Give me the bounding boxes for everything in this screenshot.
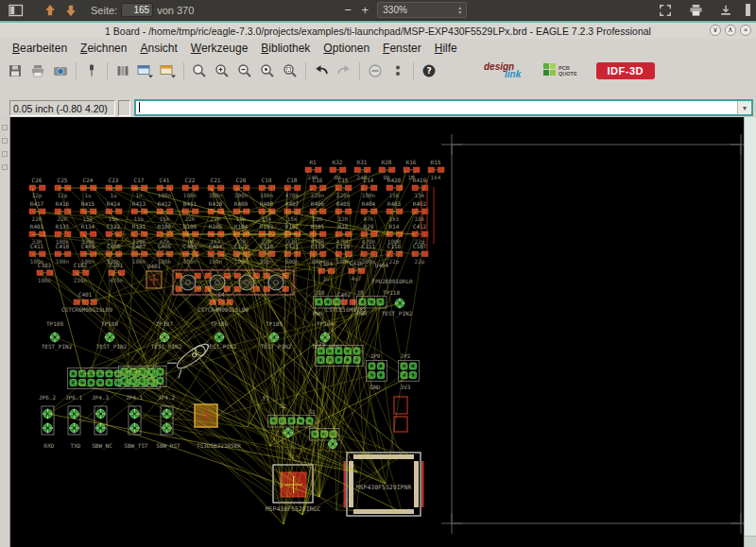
svg-text:JP6.2: JP6.2 <box>39 394 56 401</box>
page-up-icon[interactable] <box>40 2 60 19</box>
minimize-button[interactable]: ∨ <box>710 25 721 36</box>
svg-text:22R: 22R <box>32 215 43 222</box>
pin-icon[interactable] <box>81 60 102 81</box>
save-icon[interactable] <box>5 60 26 81</box>
schematic-window-icon[interactable] <box>135 60 156 81</box>
close-button[interactable]: × <box>740 25 751 36</box>
svg-text:JP4.3: JP4.3 <box>92 394 109 401</box>
menu-zeichnen[interactable]: Zeichnen <box>74 41 133 56</box>
svg-text:U401: U401 <box>147 263 162 269</box>
svg-text:R15: R15 <box>431 159 441 165</box>
menu-fenster[interactable]: Fenster <box>376 41 428 56</box>
redo-icon[interactable] <box>334 60 354 81</box>
menu-optionen[interactable]: Optionen <box>317 41 376 56</box>
svg-text:3V3: 3V3 <box>401 384 411 390</box>
svg-text:100n: 100n <box>285 258 300 265</box>
svg-text:220n: 220n <box>74 277 88 283</box>
svg-text:R16: R16 <box>406 159 417 165</box>
command-input[interactable]: ▾ <box>134 99 753 116</box>
zoom-in-icon[interactable] <box>212 60 232 81</box>
toolbar-spacer <box>0 84 756 98</box>
svg-text:R419: R419 <box>413 177 427 183</box>
svg-text:R409: R409 <box>234 200 249 207</box>
chevron-down-icon[interactable]: ▾ <box>737 101 751 114</box>
undo-icon[interactable] <box>311 60 332 81</box>
page-down-icon[interactable] <box>60 2 81 19</box>
board-window-icon[interactable] <box>158 60 179 81</box>
menu-werkzeuge[interactable]: Werkzeuge <box>184 41 254 56</box>
menu-bearbeiten[interactable]: Bearbeiten <box>6 41 74 56</box>
pcbquote-icon <box>542 62 557 80</box>
options-dots-icon[interactable] <box>387 60 408 81</box>
svg-text:470n: 470n <box>110 277 124 283</box>
idf3d-button[interactable]: IDF-3D <box>596 62 655 79</box>
maximize-button[interactable]: ∧ <box>725 25 736 36</box>
help-icon[interactable]: ? <box>419 60 439 81</box>
zoom-fit-icon[interactable] <box>189 60 210 81</box>
designlink-text-bottom: link <box>505 69 521 79</box>
canvas-scrollbar[interactable] <box>744 117 756 547</box>
window-title: 1 Board - /home/tmp/ric/eagle-7.3.0/proj… <box>105 26 651 37</box>
svg-text:C410: C410 <box>56 243 70 249</box>
menu-hilfe[interactable]: Hilfe <box>428 41 464 56</box>
svg-text:1u: 1u <box>322 275 330 282</box>
svg-text:R28: R28 <box>382 159 392 165</box>
page-number-input[interactable] <box>121 3 153 17</box>
mark-box <box>118 100 130 116</box>
window-titlebar[interactable]: 1 Board - /home/tmp/ric/eagle-7.3.0/proj… <box>0 23 756 39</box>
page-total-label: von 370 <box>157 5 194 16</box>
viewer-zoom-in-button[interactable]: + <box>356 3 373 17</box>
svg-text:R411: R411 <box>183 200 198 207</box>
print-icon[interactable] <box>685 2 706 19</box>
text-caret <box>139 102 140 112</box>
save-download-icon[interactable] <box>715 2 736 19</box>
svg-text:C17: C17 <box>134 177 145 183</box>
library-icon[interactable] <box>112 60 133 81</box>
sidebar-toggle-icon[interactable] <box>6 2 26 19</box>
zoom-level-value: 330% <box>383 5 407 15</box>
svg-text:C102: C102 <box>74 262 88 268</box>
svg-text:C411: C411 <box>30 243 44 249</box>
svg-text:C110: C110 <box>387 243 402 249</box>
designlink-logo[interactable]: design link <box>480 60 529 81</box>
svg-text:R31: R31 <box>357 159 368 165</box>
svg-text:100n: 100n <box>56 258 70 265</box>
cut-off-icon <box>746 4 750 16</box>
svg-text:C26: C26 <box>32 177 43 183</box>
left-toolbar-edge <box>0 117 10 547</box>
coordinate-display: 0.05 inch (-0.80 4.20) <box>9 100 115 116</box>
svg-text:C25: C25 <box>58 177 68 183</box>
fullscreen-icon[interactable] <box>655 2 676 19</box>
svg-text:JP9: JP9 <box>370 352 381 359</box>
svg-text:R405: R405 <box>336 200 351 207</box>
viewer-zoom-out-button[interactable]: − <box>339 3 356 17</box>
svg-text:SBW_TST: SBW_TST <box>124 442 148 450</box>
svg-text:1k4: 1k4 <box>431 174 441 180</box>
svg-text:24R: 24R <box>308 174 318 180</box>
cam-processor-icon[interactable] <box>50 60 71 81</box>
svg-text:100n: 100n <box>183 192 198 198</box>
menu-ansicht[interactable]: Ansicht <box>133 41 183 56</box>
zoom-select-icon[interactable] <box>280 60 301 81</box>
svg-text:R14: R14 <box>389 223 400 230</box>
svg-text:?: ? <box>426 66 431 76</box>
menu-bibliothek[interactable]: Bibliothek <box>254 41 317 56</box>
svg-text:100n: 100n <box>132 258 146 265</box>
svg-text:R135: R135 <box>56 223 70 230</box>
svg-text:R105: R105 <box>209 223 223 230</box>
svg-text:R1: R1 <box>309 159 317 165</box>
board-canvas[interactable]: C2612pC2512pC241uC231uC171nC41100nC22100… <box>0 117 756 547</box>
print-icon[interactable] <box>27 60 48 81</box>
toolbar: ? design link PCB QUOTE IDF-3D <box>0 58 756 84</box>
zoom-out-icon[interactable] <box>234 60 255 81</box>
svg-text:1n: 1n <box>135 192 143 198</box>
zoom-level-select[interactable]: 330% ▴▾ <box>377 2 467 18</box>
svg-text:R32: R32 <box>333 159 343 165</box>
svg-text:C23: C23 <box>109 177 119 183</box>
svg-text:C41: C41 <box>160 177 170 183</box>
stop-icon[interactable] <box>365 60 386 81</box>
zoom-redraw-icon[interactable] <box>257 60 278 81</box>
svg-text:R408: R408 <box>260 200 274 207</box>
command-bar: 0.05 inch (-0.80 4.20) ▾ <box>0 98 756 117</box>
pcbquote-logo[interactable]: PCB QUOTE <box>542 62 577 80</box>
